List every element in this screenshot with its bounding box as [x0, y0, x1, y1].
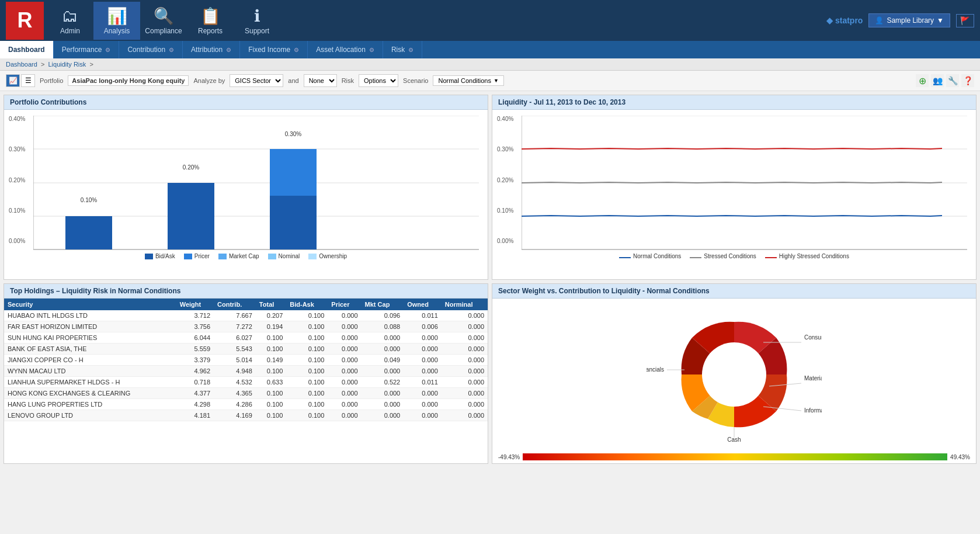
analyze-by-select[interactable]: GICS Sector	[230, 74, 283, 87]
performance-gear-icon: ⚙	[105, 47, 110, 53]
nav-reports-label: Reports	[198, 27, 223, 35]
sample-library-button[interactable]: 👤 Sample Library ▼	[868, 13, 950, 27]
svg-text:Consumer Discretionary: Consumer Discretionary	[804, 334, 822, 341]
breadcrumb: Dashboard > Liquidity Risk >	[0, 58, 980, 71]
table-row: BANK OF EAST ASIA, THE5.5595.5430.1000.1…	[4, 344, 488, 355]
legend-ownership: Ownership	[308, 253, 347, 259]
col-total: Total	[256, 299, 286, 310]
nav-compliance[interactable]: 🔍 Compliance	[140, 2, 187, 40]
color-bar-area: -49.43% 49.43%	[492, 450, 976, 463]
table-cell: 0.000	[404, 332, 442, 344]
tab-risk[interactable]: Risk ⚙	[383, 41, 422, 58]
liquidity-chart-header: Liquidity - Jul 11, 2013 to Dec 10, 2013	[492, 95, 976, 110]
risk-select[interactable]: Options	[359, 74, 398, 87]
table-row: LENOVO GROUP LTD4.1814.1690.1000.1000.00…	[4, 410, 488, 421]
flag-button[interactable]: 🚩	[956, 14, 974, 27]
toolbar: 📈 ☰ Portfolio AsiaPac long-only Hong Kon…	[0, 71, 980, 91]
legend-normal-line	[619, 257, 631, 258]
table-row: HUABAO INTL HLDGS LTD3.7127.6670.2070.10…	[4, 310, 488, 321]
table-cell: 0.000	[328, 366, 361, 377]
table-cell: 0.011	[404, 377, 442, 388]
scenario-button[interactable]: Normal Conditions	[433, 75, 503, 86]
top-navigation: R 🗂 Admin 📊 Analysis 🔍 Compliance 📋 Repo…	[0, 0, 980, 41]
tab-fixed-income[interactable]: Fixed Income ⚙	[240, 41, 308, 58]
table-cell: 0.000	[362, 388, 404, 399]
col-norminal: Norminal	[442, 299, 488, 310]
color-bar-max: 49.43%	[950, 454, 970, 460]
table-cell: 0.149	[256, 355, 286, 366]
table-cell: HONG KONG EXCHANGES & CLEARING	[4, 388, 176, 399]
nav-analysis[interactable]: 📊 Analysis	[93, 2, 140, 40]
tab-contribution-label: Contribution	[127, 46, 165, 54]
table-cell: 0.633	[256, 377, 286, 388]
scenario-label: Scenario	[403, 77, 428, 84]
svg-text:Materials: Materials	[804, 375, 822, 382]
brand-logo: R	[6, 2, 44, 40]
sector-chart-header: Sector Weight vs. Contribution to Liquid…	[492, 284, 976, 299]
table-cell: JIANGXI COPPER CO - H	[4, 355, 176, 366]
bar-chart-legend: Bid/Ask Pricer Market Cap Nominal Owners…	[10, 253, 482, 259]
settings-icon-button[interactable]: 🔧	[946, 74, 959, 87]
table-cell: 0.522	[362, 377, 404, 388]
table-cell: 0.100	[256, 344, 286, 355]
analysis-icon: 📊	[107, 6, 127, 26]
table-cell: 5.014	[214, 355, 256, 366]
table-cell: 0.000	[442, 410, 488, 421]
table-cell: LIANHUA SUPERMARKET HLDGS - H	[4, 377, 176, 388]
table-cell: 0.000	[328, 399, 361, 410]
tab-dashboard[interactable]: Dashboard	[0, 41, 54, 58]
col-weight: Weight	[176, 299, 214, 310]
table-cell: 0.000	[328, 377, 361, 388]
svg-text:0.30%: 0.30%	[285, 131, 301, 137]
liquidity-chart-title: Liquidity - Jul 11, 2013 to Dec 10, 2013	[498, 98, 625, 106]
add-icon-button[interactable]: ⊕	[916, 74, 929, 87]
table-row: SUN HUNG KAI PROPERTIES6.0446.0270.1000.…	[4, 332, 488, 344]
view-toggle: 📈 ☰	[6, 74, 35, 87]
fixed-income-gear-icon: ⚙	[294, 47, 299, 53]
table-cell: 0.000	[442, 388, 488, 399]
nav-reports[interactable]: 📋 Reports	[187, 2, 234, 40]
table-cell: 0.194	[256, 321, 286, 332]
table-view-button[interactable]: ☰	[21, 74, 35, 87]
users-icon-button[interactable]: 👥	[931, 74, 944, 87]
nav-admin[interactable]: 🗂 Admin	[47, 2, 93, 40]
table-cell: 3.712	[176, 310, 214, 321]
nav-support[interactable]: ℹ Support	[234, 2, 280, 40]
tab-asset-allocation[interactable]: Asset Allocation ⚙	[308, 41, 383, 58]
chart-view-button[interactable]: 📈	[6, 74, 20, 87]
table-cell: 4.298	[176, 399, 214, 410]
svg-point-29	[702, 342, 766, 407]
table-cell: 0.100	[286, 410, 328, 421]
tab-attribution[interactable]: Attribution ⚙	[183, 41, 240, 58]
table-cell: 0.000	[404, 388, 442, 399]
donut-chart-area: Financials Consumer Discretionary Materi…	[492, 299, 976, 450]
table-cell: 4.377	[176, 388, 214, 399]
portfolio-contributions-header: Portfolio Contributions	[4, 95, 488, 110]
breadcrumb-dashboard[interactable]: Dashboard	[6, 61, 37, 68]
and-select[interactable]: None	[304, 74, 337, 87]
table-cell: 0.000	[328, 321, 361, 332]
svg-rect-13	[270, 196, 317, 249]
table-cell: 0.100	[286, 355, 328, 366]
tab-contribution[interactable]: Contribution ⚙	[119, 41, 183, 58]
table-cell: 0.000	[404, 344, 442, 355]
support-icon: ℹ	[254, 6, 260, 26]
svg-text:Financials: Financials	[647, 366, 664, 373]
table-cell: 0.718	[176, 377, 214, 388]
scenario-value: Normal Conditions	[438, 77, 491, 84]
table-cell: 0.088	[362, 321, 404, 332]
table-cell: BANK OF EAST ASIA, THE	[4, 344, 176, 355]
help-icon-button[interactable]: ❓	[961, 74, 974, 87]
table-cell: 0.000	[328, 388, 361, 399]
color-bar-min: -49.43%	[498, 454, 520, 460]
breadcrumb-liquidity-risk[interactable]: Liquidity Risk	[48, 61, 86, 68]
svg-rect-12	[270, 149, 317, 196]
toolbar-right-icons: ⊕ 👥 🔧 ❓	[916, 74, 974, 87]
line-chart-legend: Normal Conditions Stressed Conditions Hi…	[498, 253, 970, 259]
table-cell: 0.006	[404, 321, 442, 332]
table-cell: HUABAO INTL HLDGS LTD	[4, 310, 176, 321]
legend-highly-stressed: Highly Stressed Conditions	[765, 253, 849, 259]
tab-performance[interactable]: Performance ⚙	[54, 41, 120, 58]
table-cell: 3.379	[176, 355, 214, 366]
table-cell: 0.100	[286, 366, 328, 377]
